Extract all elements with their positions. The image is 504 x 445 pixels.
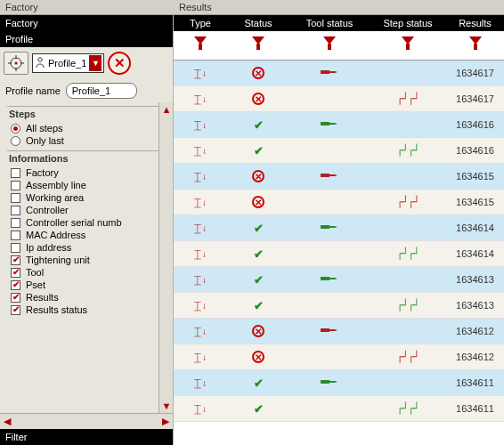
col-header-status[interactable]: Status <box>227 15 289 31</box>
result-row[interactable]: ⌶↓✕1634617 <box>174 61 504 86</box>
scroll-left-icon[interactable]: ◀ <box>0 415 14 429</box>
result-row[interactable]: ⌶↓✕1634615 <box>174 164 504 190</box>
profile-tool-button[interactable] <box>4 52 28 75</box>
profile-name-input[interactable] <box>66 83 137 99</box>
tightening-type-icon: ⌶↓ <box>194 118 207 132</box>
info-item[interactable]: ✔Results status <box>4 303 171 316</box>
info-item-label: Results <box>26 292 59 303</box>
info-item[interactable]: Ip address <box>4 241 171 254</box>
status-ok-icon: ✔ <box>254 273 264 287</box>
info-item[interactable]: ✔Pset <box>4 279 171 291</box>
cell-step <box>370 319 446 344</box>
filter-results[interactable] <box>446 31 504 60</box>
chevron-down-icon[interactable]: ▼ <box>89 55 102 71</box>
tool-icon <box>319 325 340 337</box>
result-row[interactable]: ⌶↓✕┌┘┌┘1634617 <box>174 86 504 112</box>
cell-status: ✔ <box>227 370 289 395</box>
tool-icon <box>319 222 340 234</box>
cell-type: ⌶↓ <box>174 319 227 344</box>
cell-tool <box>289 370 370 395</box>
cell-type: ⌶↓ <box>174 112 227 137</box>
checkbox-icon <box>11 181 20 190</box>
cell-status: ✔ <box>227 396 289 421</box>
steps-group: Steps All steps Only last <box>4 106 171 147</box>
filter-status[interactable] <box>227 31 289 60</box>
col-header-results[interactable]: Results <box>446 15 504 31</box>
cell-tool <box>289 190 370 214</box>
scroll-down-icon[interactable]: ▼ <box>159 399 173 413</box>
info-item[interactable]: Assembly line <box>4 179 171 191</box>
profile-dropdown[interactable]: Profile_1 ▼ <box>32 53 104 73</box>
radio-all-steps[interactable]: All steps <box>4 122 171 134</box>
scroll-up-icon[interactable]: ▲ <box>159 102 173 117</box>
cell-type: ⌶↓ <box>174 138 227 163</box>
result-row[interactable]: ⌶↓✔┌┘┌┘1634613 <box>174 293 504 319</box>
tightening-type-icon: ⌶↓ <box>194 222 207 235</box>
cell-tool <box>289 164 370 189</box>
info-item-label: Factory <box>26 167 59 178</box>
result-row[interactable]: ⌶↓✔1634613 <box>174 267 504 293</box>
left-vscrollbar[interactable]: ▲ ▼ <box>159 102 173 413</box>
checkbox-icon <box>11 243 20 253</box>
info-item[interactable]: MAC Address <box>4 229 171 241</box>
radio-only-last[interactable]: Only last <box>4 134 171 147</box>
filter-tool[interactable] <box>289 31 370 60</box>
scroll-right-icon[interactable]: ▶ <box>159 415 173 429</box>
col-header-step[interactable]: Step status <box>370 15 446 31</box>
result-row[interactable]: ⌶↓✔┌┘┌┘1634616 <box>174 138 504 164</box>
step-status-icon: ┌┘┌┘ <box>397 144 419 157</box>
status-fail-icon: ✕ <box>252 93 264 105</box>
tightening-type-icon: ⌶↓ <box>194 299 207 312</box>
info-item[interactable]: Working area <box>4 191 171 204</box>
status-ok-icon: ✔ <box>254 144 264 158</box>
status-fail-icon: ✕ <box>252 170 264 182</box>
checkbox-icon <box>11 218 20 228</box>
tightening-type-icon: ⌶↓ <box>194 170 207 183</box>
cell-status: ✔ <box>227 215 289 240</box>
cell-type: ⌶↓ <box>174 215 227 240</box>
cell-type: ⌶↓ <box>174 61 227 85</box>
radio-label: All steps <box>26 123 63 134</box>
filter-type[interactable] <box>174 31 227 60</box>
profile-header: Profile <box>0 31 173 47</box>
cell-step <box>370 164 446 189</box>
step-status-icon: ┌┘┌┘ <box>397 299 419 312</box>
info-item[interactable]: Controller <box>4 204 171 216</box>
cell-status: ✕ <box>227 319 289 344</box>
step-status-icon: ┌┘┌┘ <box>397 247 419 260</box>
cell-step: ┌┘┌┘ <box>370 293 446 318</box>
result-row[interactable]: ⌶↓✔1634614 <box>174 215 504 241</box>
cell-tool <box>289 86 370 111</box>
result-row[interactable]: ⌶↓✕┌┘┌┘1634615 <box>174 190 504 215</box>
clear-profile-button[interactable]: ✕ <box>108 52 131 75</box>
status-fail-icon: ✕ <box>252 196 264 208</box>
info-item[interactable]: Controller serial numb <box>4 216 171 229</box>
cell-type: ⌶↓ <box>174 370 227 395</box>
result-row[interactable]: ⌶↓✔1634616 <box>174 112 504 138</box>
checkbox-icon: ✔ <box>11 305 20 315</box>
tightening-type-icon: ⌶↓ <box>194 144 207 158</box>
info-item[interactable]: ✔Tightening unit <box>4 254 171 266</box>
result-row[interactable]: ⌶↓✕┌┘┌┘1634612 <box>174 344 504 370</box>
cell-result: 1634616 <box>446 138 504 163</box>
checkbox-icon: ✔ <box>11 293 20 303</box>
cell-tool <box>289 138 370 163</box>
left-hscrollbar[interactable]: ◀ ▶ <box>0 413 173 429</box>
col-header-type[interactable]: Type <box>174 15 227 31</box>
filter-step[interactable] <box>370 31 446 60</box>
info-item[interactable]: ✔Tool <box>4 266 171 279</box>
steps-title: Steps <box>4 109 171 121</box>
tightening-type-icon: ⌶↓ <box>194 402 207 416</box>
result-row[interactable]: ⌶↓✔┌┘┌┘1634611 <box>174 396 504 422</box>
info-item[interactable]: ✔Results <box>4 291 171 303</box>
result-row[interactable]: ⌶↓✕1634612 <box>174 319 504 344</box>
result-row[interactable]: ⌶↓✔1634611 <box>174 370 504 396</box>
radio-label: Only last <box>26 135 64 146</box>
info-item[interactable]: Factory <box>4 166 171 179</box>
cell-step: ┌┘┌┘ <box>370 396 446 421</box>
profile-name-label: Profile name <box>5 85 61 96</box>
result-row[interactable]: ⌶↓✔┌┘┌┘1634614 <box>174 241 504 267</box>
filter-header: Filter <box>0 429 173 445</box>
checkbox-icon <box>11 193 20 203</box>
col-header-tool[interactable]: Tool status <box>289 15 370 31</box>
